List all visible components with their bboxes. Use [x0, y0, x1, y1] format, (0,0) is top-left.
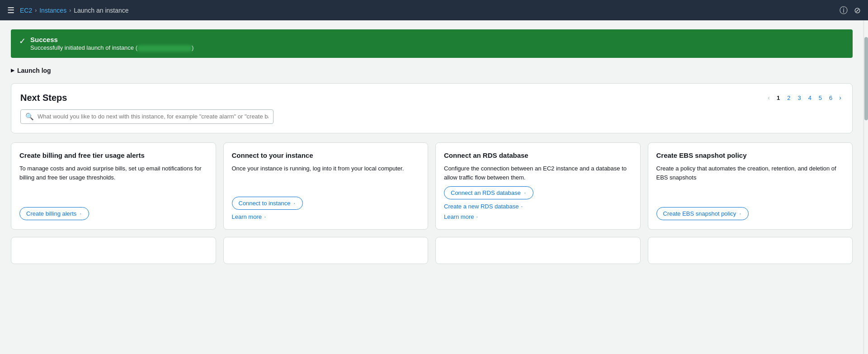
- pagination-page-4[interactable]: 4: [806, 94, 814, 102]
- cards-grid: Create billing and free tier usage alert…: [11, 142, 853, 230]
- connect-to-instance-button[interactable]: Connect to instance ⬝: [232, 197, 303, 210]
- success-body-prefix: Successfully initiated launch of instanc…: [30, 44, 137, 51]
- breadcrumb-current: Launch an instance: [74, 7, 128, 14]
- page-wrapper: ✓ Success Successfully initiated launch …: [0, 20, 868, 354]
- partial-card-2: [223, 237, 429, 264]
- partial-card-3: [435, 237, 641, 264]
- create-ebs-label: Create EBS snapshot policy: [663, 210, 736, 217]
- card-3-desc: Configure the connection between an EC2 …: [444, 164, 632, 182]
- breadcrumb-ec2[interactable]: EC2: [20, 7, 32, 14]
- card-3-title: Connect an RDS database: [444, 151, 632, 160]
- breadcrumb: EC2 › Instances › Launch an instance: [20, 7, 129, 14]
- card-2-title: Connect to your instance: [232, 151, 420, 160]
- launch-log-section[interactable]: ▶ Launch log: [11, 67, 853, 74]
- breadcrumb-sep-2: ›: [69, 7, 71, 14]
- breadcrumb-sep-1: ›: [35, 7, 37, 14]
- success-body: Successfully initiated launch of instanc…: [30, 44, 193, 52]
- hamburger-icon[interactable]: ☰: [7, 5, 14, 15]
- next-steps-header: Next Steps ‹ 1 2 3 4 5 6 ›: [20, 93, 843, 103]
- breadcrumb-instances[interactable]: Instances: [39, 7, 66, 14]
- pagination-page-5[interactable]: 5: [816, 94, 824, 102]
- connect-rds-button[interactable]: Connect an RDS database ⬝: [444, 186, 533, 199]
- nav-icons-right: ⓘ ⊘: [840, 5, 861, 16]
- external-link-icon-3: ⬝: [524, 190, 527, 196]
- rds-learn-more-ext-icon: ⬝: [476, 214, 479, 220]
- card-3-actions: Connect an RDS database ⬝ Create a new R…: [444, 186, 632, 220]
- card-1-actions: Create billing alerts ⬝: [19, 207, 208, 220]
- search-icon: 🔍: [25, 113, 34, 121]
- next-steps-title: Next Steps: [20, 93, 67, 103]
- rds-learn-more-link[interactable]: Learn more ⬝: [444, 213, 632, 220]
- card-4-desc: Create a policy that automates the creat…: [656, 164, 844, 182]
- card-4-actions: Create EBS snapshot policy ⬝: [656, 207, 844, 220]
- card-connect-instance: Connect to your instance Once your insta…: [223, 142, 429, 230]
- next-steps-card: Next Steps ‹ 1 2 3 4 5 6 › 🔍: [11, 83, 853, 133]
- partial-card-4: [648, 237, 853, 264]
- connect-learn-more-link[interactable]: Learn more ⬝: [232, 213, 420, 220]
- info-icon[interactable]: ⓘ: [840, 5, 848, 16]
- scrollbar-track[interactable]: [863, 20, 868, 354]
- card-2-actions: Connect to instance ⬝ Learn more ⬝: [232, 197, 420, 220]
- connect-learn-more-label: Learn more: [232, 213, 262, 220]
- create-ebs-button[interactable]: Create EBS snapshot policy ⬝: [656, 207, 749, 220]
- pagination-page-6[interactable]: 6: [827, 94, 835, 102]
- card-ebs-snapshot: Create EBS snapshot policy Create a poli…: [648, 142, 853, 230]
- top-nav: ☰ EC2 › Instances › Launch an instance ⓘ…: [0, 0, 868, 20]
- connect-to-instance-label: Connect to instance: [239, 200, 291, 207]
- card-2-desc: Once your instance is running, log into …: [232, 164, 420, 173]
- create-rds-link[interactable]: Create a new RDS database ⬝: [444, 203, 632, 210]
- success-banner: ✓ Success Successfully initiated launch …: [11, 29, 853, 58]
- card-rds-database: Connect an RDS database Configure the co…: [435, 142, 641, 230]
- launch-log-arrow-icon: ▶: [11, 68, 14, 73]
- success-body-suffix: ): [192, 44, 193, 51]
- card-billing-alerts: Create billing and free tier usage alert…: [11, 142, 216, 230]
- card-1-title: Create billing and free tier usage alert…: [19, 151, 208, 160]
- pagination-page-3[interactable]: 3: [795, 94, 803, 102]
- search-input[interactable]: [38, 113, 269, 120]
- search-row: 🔍: [20, 109, 843, 124]
- pagination-prev[interactable]: ‹: [766, 93, 772, 102]
- connect-rds-label: Connect an RDS database: [451, 189, 521, 196]
- create-rds-label: Create a new RDS database: [444, 203, 519, 210]
- create-billing-alerts-button[interactable]: Create billing alerts ⬝: [19, 207, 89, 220]
- external-link-icon-2: ⬝: [293, 201, 296, 206]
- external-link-icon-1: ⬝: [79, 211, 82, 217]
- pagination-page-1[interactable]: 1: [774, 94, 782, 102]
- scrollbar-thumb[interactable]: [864, 37, 868, 121]
- cards-grid-bottom: [11, 237, 853, 264]
- create-billing-alerts-label: Create billing alerts: [26, 210, 76, 217]
- partial-card-1: [11, 237, 216, 264]
- success-text: Success Successfully initiated launch of…: [30, 36, 193, 52]
- search-box[interactable]: 🔍: [20, 109, 274, 124]
- success-check-icon: ✓: [19, 36, 26, 46]
- success-title: Success: [30, 36, 193, 43]
- pagination-page-2[interactable]: 2: [785, 94, 793, 102]
- pagination: ‹ 1 2 3 4 5 6 ›: [766, 93, 843, 102]
- connect-learn-more-ext-icon: ⬝: [264, 214, 267, 220]
- external-link-icon-4: ⬝: [739, 211, 742, 217]
- rds-learn-more-label: Learn more: [444, 213, 474, 220]
- card-1-desc: To manage costs and avoid surprise bills…: [19, 164, 208, 182]
- create-rds-ext-icon: ⬝: [520, 204, 524, 209]
- main-content: ✓ Success Successfully initiated launch …: [0, 20, 863, 354]
- card-4-title: Create EBS snapshot policy: [656, 151, 844, 160]
- pagination-next[interactable]: ›: [837, 93, 843, 102]
- instance-id: [137, 45, 192, 52]
- launch-log-label: Launch log: [17, 67, 51, 74]
- settings-icon[interactable]: ⊘: [854, 5, 861, 15]
